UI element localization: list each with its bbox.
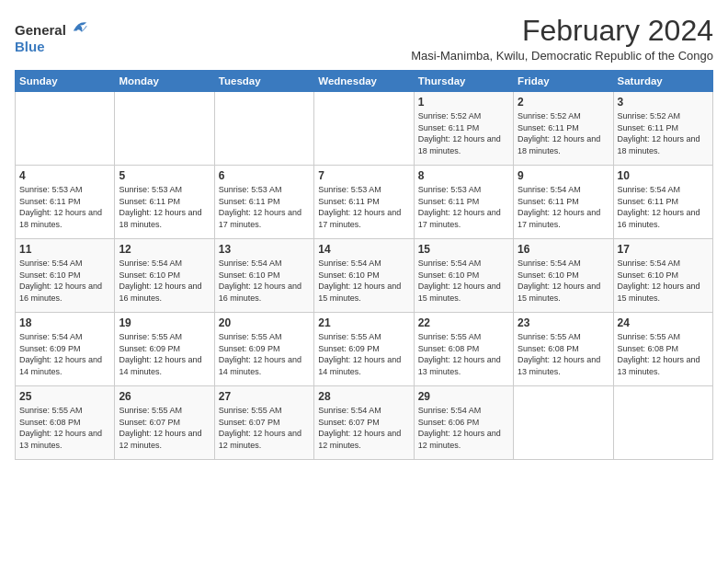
day-cell: 19Sunrise: 5:55 AM Sunset: 6:09 PM Dayli… xyxy=(115,313,214,386)
day-cell: 18Sunrise: 5:54 AM Sunset: 6:09 PM Dayli… xyxy=(16,313,115,386)
day-cell: 26Sunrise: 5:55 AM Sunset: 6:07 PM Dayli… xyxy=(115,386,214,460)
day-info: Sunrise: 5:54 AM Sunset: 6:10 PM Dayligh… xyxy=(618,258,709,304)
day-cell: 23Sunrise: 5:55 AM Sunset: 6:08 PM Dayli… xyxy=(514,313,613,386)
day-info: Sunrise: 5:54 AM Sunset: 6:07 PM Dayligh… xyxy=(318,405,409,451)
subtitle: Masi-Manimba, Kwilu, Democratic Republic… xyxy=(411,49,713,63)
week-row-4: 18Sunrise: 5:54 AM Sunset: 6:09 PM Dayli… xyxy=(16,313,713,386)
header-row: Sunday Monday Tuesday Wednesday Thursday… xyxy=(16,71,713,92)
day-cell: 13Sunrise: 5:54 AM Sunset: 6:10 PM Dayli… xyxy=(214,239,313,313)
day-info: Sunrise: 5:54 AM Sunset: 6:10 PM Dayligh… xyxy=(19,258,110,304)
day-cell: 12Sunrise: 5:54 AM Sunset: 6:10 PM Dayli… xyxy=(115,239,214,313)
day-number: 27 xyxy=(219,390,310,403)
logo-text: General Blue xyxy=(15,18,88,55)
day-info: Sunrise: 5:55 AM Sunset: 6:08 PM Dayligh… xyxy=(618,331,709,377)
day-info: Sunrise: 5:54 AM Sunset: 6:09 PM Dayligh… xyxy=(19,331,110,377)
day-number: 18 xyxy=(19,316,110,329)
day-info: Sunrise: 5:55 AM Sunset: 6:09 PM Dayligh… xyxy=(318,331,409,377)
week-row-2: 4Sunrise: 5:53 AM Sunset: 6:11 PM Daylig… xyxy=(16,166,713,239)
day-cell: 17Sunrise: 5:54 AM Sunset: 6:10 PM Dayli… xyxy=(613,239,712,313)
day-cell xyxy=(214,92,313,166)
day-info: Sunrise: 5:55 AM Sunset: 6:09 PM Dayligh… xyxy=(119,331,210,377)
day-number: 19 xyxy=(119,316,210,329)
day-cell: 29Sunrise: 5:54 AM Sunset: 6:06 PM Dayli… xyxy=(414,386,513,460)
day-cell xyxy=(514,386,613,460)
day-info: Sunrise: 5:55 AM Sunset: 6:08 PM Dayligh… xyxy=(19,405,110,451)
day-cell: 16Sunrise: 5:54 AM Sunset: 6:10 PM Dayli… xyxy=(514,239,613,313)
day-cell: 8Sunrise: 5:53 AM Sunset: 6:11 PM Daylig… xyxy=(414,166,513,239)
day-cell: 11Sunrise: 5:54 AM Sunset: 6:10 PM Dayli… xyxy=(16,239,115,313)
day-number: 12 xyxy=(119,243,210,256)
day-info: Sunrise: 5:52 AM Sunset: 6:11 PM Dayligh… xyxy=(618,110,709,156)
day-cell: 24Sunrise: 5:55 AM Sunset: 6:08 PM Dayli… xyxy=(613,313,712,386)
day-info: Sunrise: 5:55 AM Sunset: 6:08 PM Dayligh… xyxy=(518,331,609,377)
day-number: 21 xyxy=(318,316,409,329)
day-number: 25 xyxy=(19,390,110,403)
day-number: 2 xyxy=(518,96,609,109)
logo-bird-icon xyxy=(72,18,88,35)
week-row-1: 1Sunrise: 5:52 AM Sunset: 6:11 PM Daylig… xyxy=(16,92,713,166)
day-number: 9 xyxy=(518,169,609,182)
day-number: 10 xyxy=(618,169,709,182)
logo: General Blue xyxy=(15,18,88,55)
day-number: 3 xyxy=(618,96,709,109)
header: General Blue February 2024 Masi-Manimba,… xyxy=(15,15,713,63)
day-number: 1 xyxy=(418,96,509,109)
calendar-body: 1Sunrise: 5:52 AM Sunset: 6:11 PM Daylig… xyxy=(16,92,713,460)
day-number: 22 xyxy=(418,316,509,329)
day-info: Sunrise: 5:52 AM Sunset: 6:11 PM Dayligh… xyxy=(418,110,509,156)
day-number: 24 xyxy=(618,316,709,329)
day-info: Sunrise: 5:54 AM Sunset: 6:10 PM Dayligh… xyxy=(219,258,310,304)
day-cell xyxy=(314,92,414,166)
col-monday: Monday xyxy=(115,71,214,92)
day-cell: 28Sunrise: 5:54 AM Sunset: 6:07 PM Dayli… xyxy=(314,386,414,460)
day-info: Sunrise: 5:53 AM Sunset: 6:11 PM Dayligh… xyxy=(219,184,310,230)
col-saturday: Saturday xyxy=(613,71,712,92)
day-cell: 20Sunrise: 5:55 AM Sunset: 6:09 PM Dayli… xyxy=(214,313,313,386)
day-info: Sunrise: 5:54 AM Sunset: 6:10 PM Dayligh… xyxy=(518,258,609,304)
day-number: 15 xyxy=(418,243,509,256)
day-number: 5 xyxy=(119,169,210,182)
day-cell: 15Sunrise: 5:54 AM Sunset: 6:10 PM Dayli… xyxy=(414,239,513,313)
col-friday: Friday xyxy=(514,71,613,92)
day-cell: 3Sunrise: 5:52 AM Sunset: 6:11 PM Daylig… xyxy=(613,92,712,166)
day-info: Sunrise: 5:54 AM Sunset: 6:10 PM Dayligh… xyxy=(318,258,409,304)
day-number: 7 xyxy=(318,169,409,182)
week-row-5: 25Sunrise: 5:55 AM Sunset: 6:08 PM Dayli… xyxy=(16,386,713,460)
day-info: Sunrise: 5:52 AM Sunset: 6:11 PM Dayligh… xyxy=(518,110,609,156)
day-cell xyxy=(613,386,712,460)
day-number: 26 xyxy=(119,390,210,403)
day-cell: 2Sunrise: 5:52 AM Sunset: 6:11 PM Daylig… xyxy=(514,92,613,166)
day-cell: 27Sunrise: 5:55 AM Sunset: 6:07 PM Dayli… xyxy=(214,386,313,460)
day-cell: 4Sunrise: 5:53 AM Sunset: 6:11 PM Daylig… xyxy=(16,166,115,239)
col-tuesday: Tuesday xyxy=(214,71,313,92)
week-row-3: 11Sunrise: 5:54 AM Sunset: 6:10 PM Dayli… xyxy=(16,239,713,313)
day-info: Sunrise: 5:53 AM Sunset: 6:11 PM Dayligh… xyxy=(19,184,110,230)
day-info: Sunrise: 5:53 AM Sunset: 6:11 PM Dayligh… xyxy=(318,184,409,230)
logo-blue: Blue xyxy=(15,39,45,54)
day-number: 28 xyxy=(318,390,409,403)
day-info: Sunrise: 5:54 AM Sunset: 6:06 PM Dayligh… xyxy=(418,405,509,451)
logo-general: General xyxy=(15,22,66,38)
day-info: Sunrise: 5:55 AM Sunset: 6:09 PM Dayligh… xyxy=(219,331,310,377)
day-number: 20 xyxy=(219,316,310,329)
main-title: February 2024 xyxy=(411,15,713,47)
day-info: Sunrise: 5:54 AM Sunset: 6:11 PM Dayligh… xyxy=(618,184,709,230)
day-cell: 21Sunrise: 5:55 AM Sunset: 6:09 PM Dayli… xyxy=(314,313,414,386)
day-info: Sunrise: 5:53 AM Sunset: 6:11 PM Dayligh… xyxy=(119,184,210,230)
title-block: February 2024 Masi-Manimba, Kwilu, Democ… xyxy=(411,15,713,63)
day-cell: 6Sunrise: 5:53 AM Sunset: 6:11 PM Daylig… xyxy=(214,166,313,239)
day-number: 29 xyxy=(418,390,509,403)
page: General Blue February 2024 Masi-Manimba,… xyxy=(0,0,728,563)
day-cell: 7Sunrise: 5:53 AM Sunset: 6:11 PM Daylig… xyxy=(314,166,414,239)
day-info: Sunrise: 5:54 AM Sunset: 6:10 PM Dayligh… xyxy=(119,258,210,304)
day-number: 14 xyxy=(318,243,409,256)
day-number: 6 xyxy=(219,169,310,182)
day-number: 11 xyxy=(19,243,110,256)
day-number: 4 xyxy=(19,169,110,182)
day-cell: 25Sunrise: 5:55 AM Sunset: 6:08 PM Dayli… xyxy=(16,386,115,460)
day-cell: 10Sunrise: 5:54 AM Sunset: 6:11 PM Dayli… xyxy=(613,166,712,239)
day-info: Sunrise: 5:54 AM Sunset: 6:11 PM Dayligh… xyxy=(518,184,609,230)
day-cell: 1Sunrise: 5:52 AM Sunset: 6:11 PM Daylig… xyxy=(414,92,513,166)
day-number: 16 xyxy=(518,243,609,256)
day-cell: 5Sunrise: 5:53 AM Sunset: 6:11 PM Daylig… xyxy=(115,166,214,239)
